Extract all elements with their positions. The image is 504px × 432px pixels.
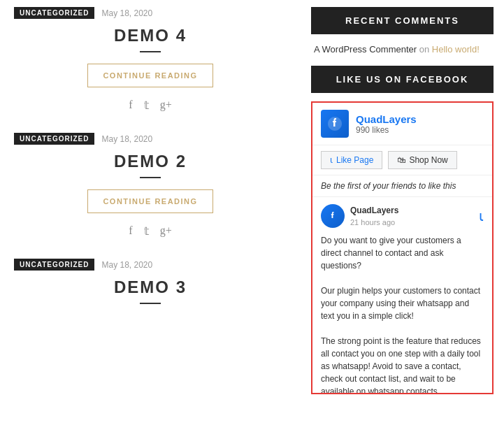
googleplus-icon-1[interactable]: g+ [160, 99, 172, 112]
post-block-2: UNCATEGORIZED May 18, 2020 DEMO 2 CONTIN… [14, 133, 287, 238]
fb-post-text: Do you want to give your customers a dir… [321, 234, 484, 394]
like-us-title: LIKE US ON FACEBOOK [311, 66, 494, 93]
post-divider-1 [140, 51, 161, 52]
post-date-2: May 18, 2020 [101, 134, 152, 144]
facebook-icon-2[interactable]: f [129, 224, 132, 238]
comment-link[interactable]: Hello world! [432, 44, 480, 55]
recent-comments-title: RECENT COMMENTS [311, 7, 494, 34]
post-meta-3: UNCATEGORIZED May 18, 2020 [14, 259, 287, 271]
fb-post-info: QuadLayers 21 hours ago [321, 204, 398, 229]
fb-header: QuadLayers 990 likes [312, 103, 492, 145]
post-divider-3 [140, 303, 161, 304]
fb-friends-text: Be the first of your friends to like thi… [312, 175, 492, 197]
fb-page-info: QuadLayers 990 likes [356, 113, 417, 135]
fb-post-name: QuadLayers [350, 204, 398, 217]
fb-post-para-3: The strong point is the feature that red… [321, 336, 481, 394]
shop-icon: 🛍 [397, 155, 405, 165]
post-divider-2 [140, 177, 161, 178]
post-date-3: May 18, 2020 [101, 260, 152, 270]
facebook-brand-icon: ⍳ [479, 206, 484, 226]
post-block-3: UNCATEGORIZED May 18, 2020 DEMO 3 [14, 259, 287, 304]
fb-post-avatar [321, 204, 345, 228]
fb-post-name-time: QuadLayers 21 hours ago [350, 204, 398, 229]
twitter-icon-2[interactable]: 𝕥 [144, 224, 149, 238]
main-column: UNCATEGORIZED May 18, 2020 DEMO 4 CONTIN… [0, 0, 301, 432]
fb-icon: ⍳ [330, 155, 333, 165]
facebook-widget: QuadLayers 990 likes ⍳ Like Page 🛍 Shop … [311, 101, 494, 394]
fb-page-logo [321, 110, 349, 138]
fb-action-buttons: ⍳ Like Page 🛍 Shop Now [312, 145, 492, 175]
fb-likes-count: 990 likes [356, 125, 417, 135]
sidebar-column: RECENT COMMENTS A WordPress Commenter on… [301, 0, 504, 432]
post-title-2: DEMO 2 [14, 152, 287, 171]
googleplus-icon-2[interactable]: g+ [160, 224, 172, 238]
continue-reading-btn-1[interactable]: CONTINUE READING [87, 64, 213, 87]
comment-on-label: on [419, 44, 432, 55]
tag-badge-1: UNCATEGORIZED [14, 7, 94, 19]
social-icons-1: f 𝕥 g+ [14, 99, 287, 112]
post-date-1: May 18, 2020 [101, 8, 152, 18]
fb-post-header: QuadLayers 21 hours ago ⍳ [321, 204, 484, 229]
fb-post-para-1: Do you want to give your customers a dir… [321, 236, 461, 271]
post-block-1: UNCATEGORIZED May 18, 2020 DEMO 4 CONTIN… [14, 7, 287, 112]
social-icons-2: f 𝕥 g+ [14, 224, 287, 238]
fb-like-page-btn[interactable]: ⍳ Like Page [321, 151, 382, 169]
tag-badge-2: UNCATEGORIZED [14, 133, 94, 145]
tag-badge-3: UNCATEGORIZED [14, 259, 94, 271]
recent-comment-item: A WordPress Commenter on Hello world! [311, 44, 494, 55]
fb-shop-now-btn[interactable]: 🛍 Shop Now [388, 151, 456, 169]
twitter-icon-1[interactable]: 𝕥 [144, 99, 149, 112]
post-title-3: DEMO 3 [14, 278, 287, 297]
fb-post-time: 21 hours ago [350, 217, 398, 229]
commenter-name: A WordPress Commenter [314, 44, 417, 55]
facebook-icon-1[interactable]: f [129, 99, 132, 112]
post-meta-1: UNCATEGORIZED May 18, 2020 [14, 7, 287, 19]
post-title-1: DEMO 4 [14, 26, 287, 45]
fb-post-content[interactable]: QuadLayers 21 hours ago ⍳ Do you want to… [312, 197, 492, 393]
continue-reading-btn-2[interactable]: CONTINUE READING [87, 189, 213, 213]
fb-page-name[interactable]: QuadLayers [356, 113, 417, 125]
fb-like-label: Like Page [336, 155, 373, 165]
fb-post-para-2: Our plugin helps your customers to conta… [321, 286, 480, 321]
post-meta-2: UNCATEGORIZED May 18, 2020 [14, 133, 287, 145]
fb-shop-label: Shop Now [409, 155, 447, 165]
